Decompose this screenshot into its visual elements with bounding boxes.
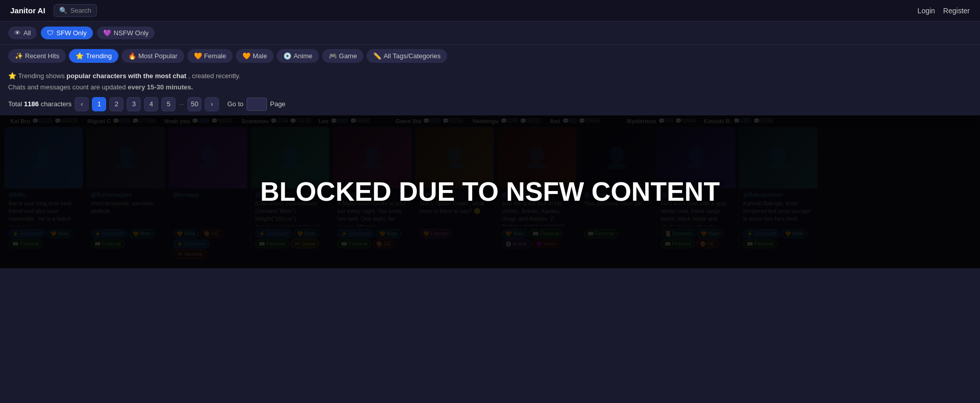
search-icon: 🔍 — [59, 7, 67, 14]
goto-input[interactable] — [247, 98, 267, 111]
next-page-button[interactable]: › — [205, 97, 219, 111]
nsfw-overlay[interactable]: BLOCKED DUE TO NSFW CONTENT — [0, 115, 980, 268]
all-filter-button[interactable]: 👁 All — [8, 27, 37, 39]
anime-icon: 💿 — [283, 52, 291, 60]
pagination: Total 1186 characters ‹ 1 2 3 4 5 ··· 50… — [0, 93, 980, 115]
trending-icon: ⭐ — [76, 52, 84, 60]
tab-trending[interactable]: ⭐ Trending — [69, 49, 118, 63]
recent-hits-icon: ✨ — [15, 52, 23, 60]
prev-page-button[interactable]: ‹ — [75, 97, 89, 111]
tab-anime[interactable]: 💿 Anime — [277, 49, 319, 63]
page-1-button[interactable]: 1 — [92, 97, 106, 111]
register-link[interactable]: Register — [943, 7, 970, 15]
logo: Janitor AI — [10, 6, 45, 15]
trending-info: ⭐ Trending shows popular characters with… — [8, 71, 972, 81]
nsfw-icon: 💜 — [103, 29, 111, 37]
female-icon: 🧡 — [194, 52, 202, 60]
fire-icon: 🔥 — [128, 52, 136, 60]
tab-female[interactable]: 🧡 Female — [187, 49, 233, 63]
sfw-filter-button[interactable]: 🛡 SFW Only — [41, 27, 92, 39]
nav-bar: ✨ Recent Hits ⭐ Trending 🔥 Most Popular … — [0, 45, 980, 67]
tab-game[interactable]: 🎮 Game — [322, 49, 363, 63]
page-2-button[interactable]: 2 — [109, 97, 124, 111]
tab-most-popular[interactable]: 🔥 Most Popular — [121, 49, 184, 63]
last-page-button[interactable]: 50 — [187, 97, 202, 111]
sfw-icon: 🛡 — [47, 29, 54, 37]
tab-male[interactable]: 🧡 Male — [236, 49, 274, 63]
filter-bar: 👁 All 🛡 SFW Only 💜 NSFW Only — [0, 21, 980, 45]
search-label: Search — [70, 7, 91, 14]
nsfw-overlay-text: BLOCKED DUE TO NSFW CONTENT — [260, 176, 720, 207]
update-info: Chats and messages count are updated eve… — [8, 83, 972, 91]
header-left: Janitor AI 🔍 Search — [10, 4, 97, 17]
tab-all-tags[interactable]: ✏️ All Tags/Categories — [366, 49, 447, 63]
total-label: Total 1186 characters — [8, 100, 71, 108]
goto-label: Go to — [227, 100, 243, 108]
all-icon: 👁 — [14, 29, 21, 37]
nsfw-filter-button[interactable]: 💜 NSFW Only — [97, 27, 155, 39]
tab-recent-hits[interactable]: ✨ Recent Hits — [8, 49, 66, 63]
login-link[interactable]: Login — [918, 7, 935, 15]
tags-icon: ✏️ — [373, 52, 381, 60]
header: Janitor AI 🔍 Search Login Register — [0, 0, 980, 21]
page-5-button[interactable]: 5 — [161, 97, 176, 111]
header-right: Login Register — [918, 7, 970, 15]
page-3-button[interactable]: 3 — [127, 97, 141, 111]
page-text-label: Page — [270, 100, 285, 108]
game-icon: 🎮 — [329, 52, 337, 60]
page-4-button[interactable]: 4 — [144, 97, 158, 111]
characters-section: BLOCKED DUE TO NSFW CONTENT Kai Bro 💬101… — [0, 115, 980, 268]
info-section: ⭐ Trending shows popular characters with… — [0, 67, 980, 93]
male-icon: 🧡 — [242, 52, 251, 60]
page-dots: ··· — [179, 100, 184, 108]
search-bar[interactable]: 🔍 Search — [54, 4, 97, 17]
